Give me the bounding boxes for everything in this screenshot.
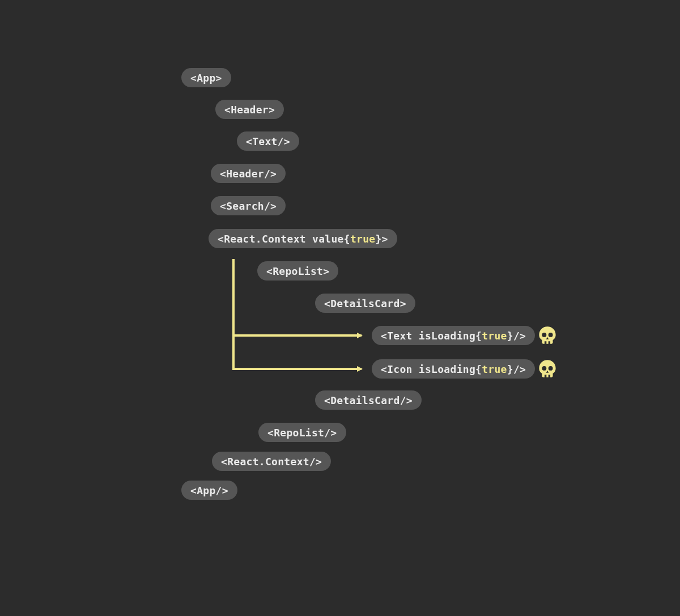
node-repolist-close: <RepoList/>	[258, 423, 346, 442]
node-label-highlight: true	[482, 330, 507, 342]
node-label: <RepoList/>	[267, 427, 337, 439]
node-label-highlight: true	[350, 233, 376, 245]
node-context-open: <React.Context value{true}>	[209, 229, 397, 248]
node-label: <DetailsCard>	[324, 298, 406, 309]
node-label-suffix: }/>	[507, 363, 526, 375]
node-repolist-open: <RepoList>	[257, 261, 338, 281]
svg-point-3	[549, 366, 553, 371]
node-label: <Header/>	[220, 168, 277, 180]
node-header-open: <Header>	[215, 100, 284, 119]
node-label: <RepoList>	[266, 265, 329, 277]
node-label-prefix: <Icon isLoading{	[381, 363, 482, 375]
node-label-prefix: <Text isLoading{	[381, 330, 482, 342]
node-label-highlight: true	[482, 363, 507, 375]
node-detailscard-close: <DetailsCard/>	[315, 390, 422, 410]
node-search-self: <Search/>	[211, 196, 286, 215]
node-label-prefix: <React.Context value{	[218, 233, 350, 245]
svg-point-1	[549, 333, 553, 337]
node-label: <Text/>	[246, 135, 290, 147]
node-text-self: <Text/>	[237, 131, 299, 151]
node-label-suffix: }>	[375, 233, 388, 245]
skull-icon	[537, 359, 558, 379]
node-context-close: <React.Context/>	[212, 452, 331, 471]
node-label: <DetailsCard/>	[324, 394, 413, 406]
node-header-close: <Header/>	[211, 164, 286, 183]
node-label: <Header>	[224, 104, 275, 116]
svg-point-2	[542, 366, 546, 371]
node-text-loading: <Text isLoading{true}/>	[372, 326, 535, 345]
node-label: <Search/>	[220, 200, 277, 212]
svg-point-0	[542, 333, 546, 337]
node-label: <React.Context/>	[221, 456, 322, 468]
node-label: <App/>	[190, 485, 228, 496]
node-label: <App>	[190, 72, 222, 84]
node-detailscard-open: <DetailsCard>	[315, 294, 415, 313]
node-label-suffix: }/>	[507, 330, 526, 342]
diagram-stage: <App> <Header> <Text/> <Header/> <Search…	[0, 0, 680, 616]
node-app-open: <App>	[181, 68, 231, 87]
skull-icon	[537, 325, 558, 346]
node-icon-loading: <Icon isLoading{true}/>	[372, 359, 535, 379]
node-app-close: <App/>	[181, 481, 237, 500]
